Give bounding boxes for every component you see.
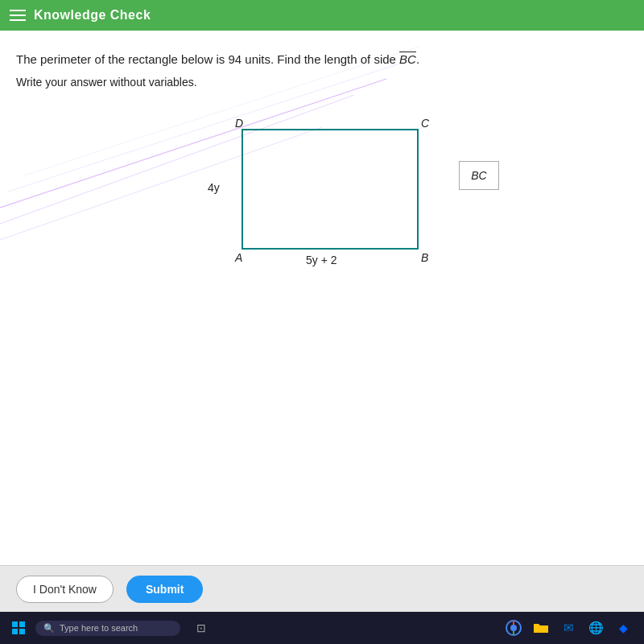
side-left-label: 4y (208, 181, 220, 194)
start-button[interactable] (6, 617, 31, 639)
hamburger-menu-icon[interactable] (10, 10, 26, 21)
taskbar-right-icons: ✉ 🌐 ◆ (504, 618, 638, 638)
rectangle-shape (242, 129, 419, 250)
header-title: Knowledge Check (34, 8, 151, 23)
search-icon: 🔍 (43, 623, 55, 634)
submit-button[interactable]: Submit (126, 576, 203, 603)
folder-icon[interactable] (531, 618, 551, 638)
side-bottom-label: 5y + 2 (306, 254, 337, 266)
windows-taskbar: 🔍 Type here to search ⊡ ✉ 🌐 ◆ (0, 612, 644, 644)
diagram-container: D C A B 4y 5y + 2 BC (16, 113, 628, 274)
chrome-icon[interactable] (504, 618, 523, 638)
taskbar-icons-group: ⊡ (192, 618, 211, 638)
taskbar-search-bar[interactable]: 🔍 Type here to search (35, 621, 180, 636)
vertex-C-label: C (421, 117, 429, 130)
dont-know-button[interactable]: I Don't Know (16, 576, 114, 603)
task-view-icon[interactable]: ⊡ (192, 618, 211, 638)
mail-icon[interactable]: ✉ (559, 618, 578, 638)
windows-logo-icon (12, 621, 25, 634)
rectangle-diagram: D C A B 4y 5y + 2 BC (193, 113, 451, 274)
edge-icon[interactable]: 🌐 (586, 618, 605, 638)
taskbar-search-text: Type here to search (60, 623, 138, 633)
action-bar: I Don't Know Submit (0, 565, 644, 612)
vertex-D-label: D (235, 117, 243, 130)
question-text-part1: The perimeter of the rectangle below is … (16, 52, 399, 66)
question-period: . (416, 52, 419, 66)
bc-answer-box[interactable]: BC (459, 161, 499, 190)
vertex-B-label: B (421, 251, 428, 264)
bc-answer-label: BC (471, 169, 486, 182)
main-content-area: The perimeter of the rectangle below is … (0, 31, 644, 572)
app-header: Knowledge Check (0, 0, 644, 31)
question-text: The perimeter of the rectangle below is … (16, 50, 628, 69)
svg-point-6 (510, 625, 517, 631)
dropbox-icon[interactable]: ◆ (613, 618, 633, 638)
vertex-A-label: A (235, 251, 242, 264)
bc-overline-label: BC (399, 52, 416, 66)
sub-text: Write your answer without variables. (16, 76, 628, 89)
